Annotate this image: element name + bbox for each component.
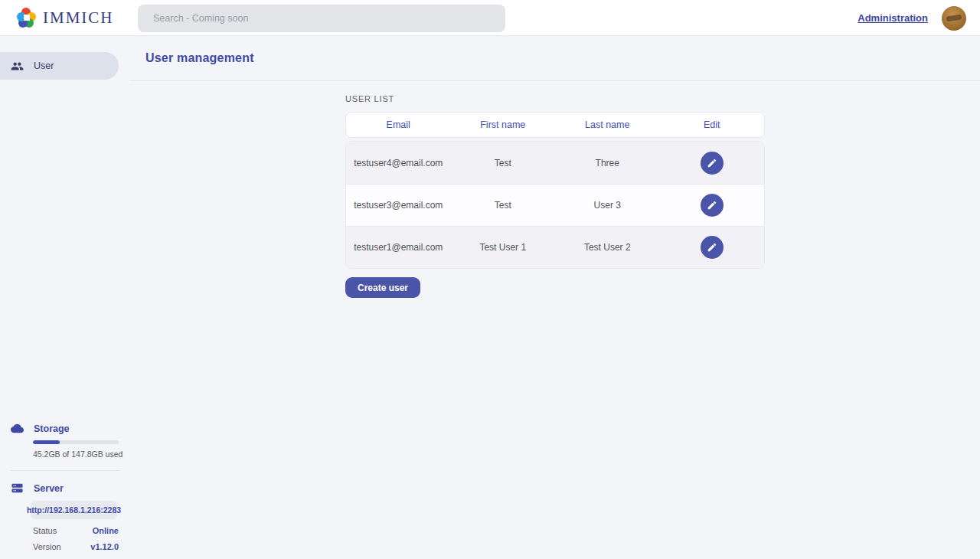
page-title: User management — [145, 51, 254, 65]
immich-logo: IMMICH — [17, 8, 114, 28]
storage-title: Storage — [34, 423, 70, 434]
cell-last-name: Three — [555, 158, 660, 168]
cloud-storage-icon — [11, 422, 24, 435]
table-row: testuser4@email.com Test Three — [346, 142, 764, 184]
main-content: User management USER LIST Email First na… — [130, 36, 980, 559]
user-list-label: USER LIST — [345, 94, 765, 103]
column-header-last-name: Last name — [555, 119, 660, 130]
create-user-button[interactable]: Create user — [345, 277, 420, 298]
server-status-value: Online — [93, 526, 119, 535]
cell-last-name: Test User 2 — [555, 242, 660, 253]
cell-first-name: Test User 1 — [451, 242, 556, 253]
sidebar-status-panel: Storage 45.2GB of 147.8GB used Server ht… — [0, 422, 130, 551]
sidebar-divider — [11, 470, 119, 471]
edit-user-button[interactable] — [701, 194, 724, 217]
user-table-header: Email First name Last name Edit — [345, 112, 765, 138]
edit-user-button[interactable] — [701, 152, 724, 175]
column-header-email: Email — [346, 119, 451, 130]
pencil-icon — [707, 200, 717, 211]
cell-email: testuser3@email.com — [346, 200, 451, 211]
pencil-icon — [707, 158, 717, 168]
edit-user-button[interactable] — [701, 236, 724, 259]
server-url: http://192.168.1.216:2283 — [31, 501, 117, 519]
immich-flower-icon — [17, 8, 37, 28]
server-icon — [11, 482, 24, 495]
storage-progress-fill — [33, 440, 60, 444]
page-header: User management — [130, 36, 980, 81]
cell-first-name: Test — [451, 200, 556, 211]
pencil-icon — [707, 242, 717, 253]
storage-progress-bar — [33, 440, 119, 444]
column-header-edit: Edit — [660, 119, 765, 130]
cell-email: testuser1@email.com — [346, 242, 451, 253]
sidebar-item-label: User — [34, 60, 54, 71]
search-input[interactable] — [138, 5, 505, 32]
top-navigation-bar: IMMICH Administration — [0, 0, 980, 36]
administration-link[interactable]: Administration — [858, 12, 928, 24]
admin-sidebar: User Storage 45.2GB of 147.8GB used Serv… — [0, 36, 130, 559]
table-row: testuser3@email.com Test User 3 — [346, 184, 764, 226]
user-avatar[interactable] — [942, 6, 966, 31]
user-table-body: testuser4@email.com Test Three testuser3… — [345, 141, 765, 269]
people-group-icon — [11, 60, 24, 73]
server-version-value: v1.12.0 — [90, 542, 119, 551]
cell-first-name: Test — [451, 158, 556, 168]
storage-usage-text: 45.2GB of 147.8GB used — [33, 449, 130, 459]
server-version-label: Version — [33, 542, 61, 551]
sidebar-item-user[interactable]: User — [0, 52, 119, 80]
brand-name: IMMICH — [43, 8, 114, 28]
column-header-first-name: First name — [451, 119, 556, 130]
table-row: testuser1@email.com Test User 1 Test Use… — [346, 226, 764, 268]
server-title: Server — [34, 483, 64, 494]
server-status-label: Status — [33, 526, 57, 535]
cell-email: testuser4@email.com — [346, 158, 451, 168]
cell-last-name: User 3 — [555, 200, 660, 211]
